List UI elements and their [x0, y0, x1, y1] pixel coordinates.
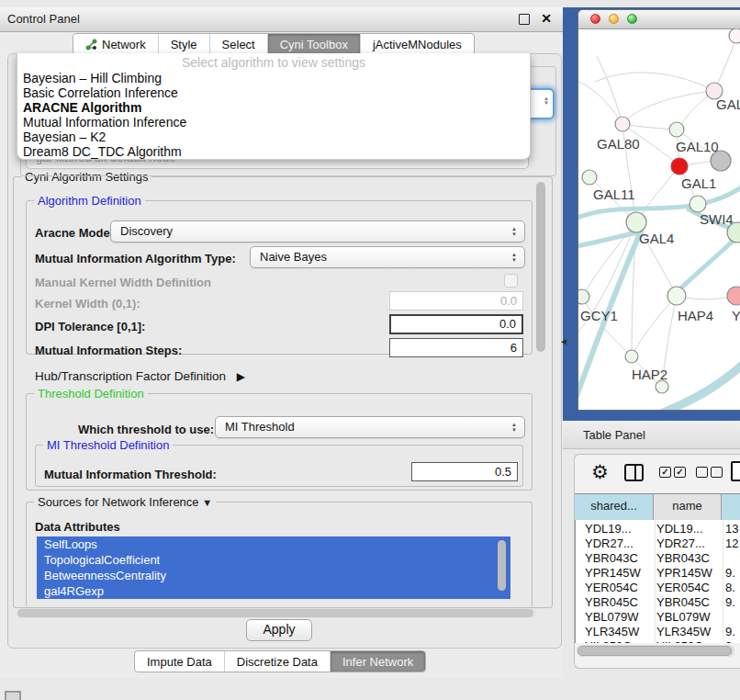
network-edge[interactable]: [714, 36, 736, 91]
table-row[interactable]: YPR145WYPR145W9.: [576, 566, 740, 581]
stepper-arrows-icon: ▲▼: [511, 226, 517, 237]
network-node[interactable]: [625, 350, 638, 363]
close-icon[interactable]: ✕: [541, 11, 552, 26]
manual-kernel-width-checkbox[interactable]: [504, 274, 518, 288]
mi-algorithm-type-combobox[interactable]: Naive Bayes ▲▼: [250, 246, 525, 268]
network-node[interactable]: [671, 158, 688, 175]
network-node[interactable]: [578, 289, 589, 304]
table-row[interactable]: YDR27...YDR27...12: [576, 536, 740, 551]
zoom-traffic-light-icon[interactable]: [627, 14, 637, 24]
tab-network[interactable]: Network: [73, 34, 159, 54]
mi-threshold-field[interactable]: 0.5: [411, 462, 518, 481]
table-row[interactable]: YDL19...YDL19...13: [576, 522, 740, 536]
attribute-item-selected[interactable]: BetweennessCentrality: [37, 568, 510, 583]
network-edge[interactable]: [595, 73, 714, 91]
network-edge[interactable]: [622, 124, 677, 130]
settings-vscrollbar[interactable]: [536, 182, 545, 352]
columns-icon[interactable]: [624, 464, 644, 481]
network-node[interactable]: [582, 170, 597, 185]
deselect-checkbox-icon[interactable]: [696, 467, 708, 478]
select-all-checkbox-icon[interactable]: ✓: [659, 467, 671, 478]
tab-style[interactable]: Style: [159, 34, 210, 54]
hub-tf-definition-toggle[interactable]: Hub/Transcription Factor Definition ▶: [35, 369, 245, 383]
table-row[interactable]: YIL052CYIL052C9.: [576, 639, 740, 643]
table-cell: YPR145W: [585, 566, 641, 580]
table-cell: YER054C: [585, 581, 638, 594]
table-hscrollbar[interactable]: [577, 646, 732, 656]
control-panel-titlebar[interactable]: Control Panel ✕: [0, 7, 563, 32]
select-all-checkbox2-icon[interactable]: ✓: [674, 467, 686, 478]
attribute-list-vscrollbar[interactable]: [498, 540, 506, 591]
column-header-partial[interactable]: [722, 494, 740, 520]
tab-select[interactable]: Select: [210, 34, 268, 54]
network-edge-thick[interactable]: [661, 360, 740, 410]
column-header-shared-name[interactable]: shared...: [575, 494, 654, 520]
network-edge[interactable]: [597, 56, 622, 124]
kernel-width-field[interactable]: 0.0: [389, 291, 523, 310]
algorithm-option[interactable]: Bayesian – K2: [17, 130, 530, 144]
minimize-traffic-light-icon[interactable]: [609, 14, 619, 24]
network-node-label: Y: [732, 308, 740, 323]
tab-jactivemnodules[interactable]: jActiveMNodules: [361, 34, 474, 54]
manual-kernel-width-label: Manual Kernel Width Definition: [35, 276, 211, 289]
table-hscrollbar-track: [577, 645, 734, 657]
network-node[interactable]: [656, 380, 668, 393]
threshold-definition-title: Threshold Definition: [34, 387, 148, 401]
network-edge[interactable]: [632, 296, 677, 356]
float-window-icon[interactable]: [519, 14, 530, 25]
table-row[interactable]: YBR043CYBR043C: [576, 551, 740, 566]
table-row[interactable]: YER054CYER054C8.: [576, 581, 740, 595]
network-edge-thick[interactable]: [679, 237, 737, 289]
table-rows: YDL19...YDL19...13YDR27...YDR27...12YBR0…: [575, 520, 740, 643]
algorithm-option-selected[interactable]: ARACNE Algorithm: [17, 100, 530, 115]
network-node[interactable]: [669, 122, 684, 137]
network-edge-thick[interactable]: [578, 231, 641, 247]
network-node-label: GAL1: [681, 175, 716, 191]
table-cell: YPR145W: [656, 566, 712, 580]
control-panel-window: Control Panel ✕ Network Style Select Cyn…: [0, 7, 564, 678]
close-traffic-light-icon[interactable]: [590, 14, 600, 24]
apply-button[interactable]: Apply: [246, 619, 312, 641]
table-row[interactable]: YLR345WYLR345W9.: [576, 625, 740, 639]
table-panel-titlebar[interactable]: Table Panel: [563, 421, 740, 449]
table-cell: 9.: [725, 639, 735, 643]
table-cell: YDL19...: [585, 522, 632, 536]
attribute-item-selected[interactable]: TopologicalCoefficient: [37, 552, 510, 568]
tab-infer-network[interactable]: Infer Network: [331, 651, 425, 672]
network-window-titlebar[interactable]: [578, 10, 740, 29]
network-node[interactable]: [615, 117, 630, 131]
sources-title[interactable]: Sources for Network Inference ▼: [34, 495, 216, 509]
algorithm-option[interactable]: Bayesian – Hill Climbing: [17, 71, 530, 85]
document-icon[interactable]: [731, 461, 740, 481]
network-node[interactable]: [626, 212, 646, 232]
network-canvas[interactable]: GALGAL80GAL10GAL1GAL11SWI4GAL4GCY1HAP4YH…: [578, 28, 740, 410]
settings-hscrollbar[interactable]: [17, 609, 533, 617]
attribute-item-selected[interactable]: gal4RGexp: [37, 583, 510, 599]
network-icon: [85, 39, 97, 51]
network-node[interactable]: [667, 287, 686, 305]
column-header-name[interactable]: name: [654, 494, 722, 520]
algorithm-option[interactable]: Dream8 DC_TDC Algorithm: [17, 144, 530, 159]
network-node-label: HAP4: [678, 308, 713, 323]
aracne-mode-combobox[interactable]: Discovery ▲▼: [110, 220, 525, 243]
gear-icon[interactable]: ⚙: [591, 462, 609, 481]
table-row[interactable]: YBL079WYBL079W: [576, 610, 740, 625]
which-threshold-combobox[interactable]: MI Threshold ▲▼: [215, 416, 525, 438]
attribute-item-selected[interactable]: SelfLoops: [37, 536, 510, 552]
network-node[interactable]: [729, 28, 740, 43]
tab-impute-data[interactable]: Impute Data: [135, 651, 225, 672]
network-edge[interactable]: [622, 91, 714, 124]
tab-discretize-data[interactable]: Discretize Data: [225, 651, 331, 672]
network-node[interactable]: [690, 196, 706, 212]
table-cell: 13: [725, 522, 738, 536]
table-row[interactable]: YBR045CYBR045C9.: [576, 595, 740, 610]
algorithm-option[interactable]: Basic Correlation Inference: [17, 85, 530, 100]
network-edge[interactable]: [582, 297, 632, 356]
dpi-tolerance-field[interactable]: 0.0: [389, 314, 523, 334]
tab-cyni-toolbox[interactable]: Cyni Toolbox: [268, 34, 361, 54]
minimized-panel-icon[interactable]: [5, 691, 21, 700]
deselect-checkbox2-icon[interactable]: [711, 467, 723, 478]
algorithm-option[interactable]: Mutual Information Inference: [17, 115, 530, 130]
network-node[interactable]: [727, 287, 740, 305]
mi-steps-field[interactable]: 6: [389, 338, 523, 357]
